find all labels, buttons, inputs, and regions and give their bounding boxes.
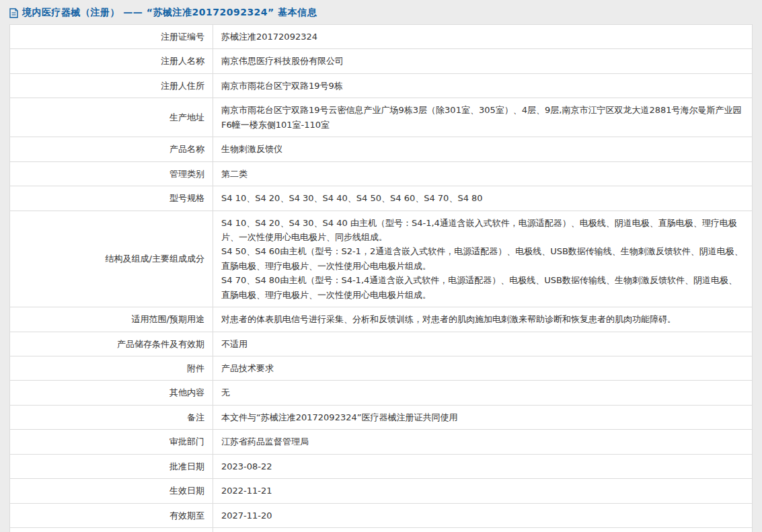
table-row: 备注 本文件与“苏械注准20172092324”医疗器械注册证共同使用 <box>10 405 753 429</box>
table-row: 产品储存条件及有效期 不适用 <box>10 332 753 356</box>
row-value: 不适用 <box>213 332 753 356</box>
document-icon <box>9 8 18 18</box>
row-label: 其他内容 <box>10 381 213 405</box>
row-label: 生效日期 <box>10 479 213 503</box>
row-value: S4 10、S4 20、S4 30、S4 40、S4 50、S4 60、S4 7… <box>213 186 753 211</box>
table-row: 批准日期 2023-08-22 <box>10 454 753 478</box>
table-row: 审批部门 江苏省药品监督管理局 <box>10 430 753 454</box>
row-value: 2027-11-20 <box>213 503 753 527</box>
row-label: 变更情况 <box>10 528 213 532</box>
table-row: 注册人住所 南京市雨花台区宁双路19号9栋 <box>10 73 753 98</box>
table-row: 产品名称 生物刺激反馈仪 <box>10 137 753 161</box>
table-row: 注册证编号 苏械注准20172092324 <box>10 25 753 49</box>
row-label: 注册人住所 <box>10 73 213 98</box>
table-row: 变更情况 2023-08-22产品技术要求变更由“变更情况对比表中修改前条款及内… <box>10 528 753 532</box>
row-value: 南京市雨花台区宁双路19号云密信息产业广场9栋3层（除301室、305室）、4层… <box>213 98 753 137</box>
table-row: 注册人名称 南京伟思医疗科技股份有限公司 <box>10 49 753 73</box>
table-row: 有效期至 2027-11-20 <box>10 503 753 527</box>
row-label: 管理类别 <box>10 161 213 186</box>
table-row: 适用范围/预期用途 对患者的体表肌电信号进行采集、分析和反馈训练，对患者的肌肉施… <box>10 307 753 332</box>
row-label: 生产地址 <box>10 98 213 137</box>
row-value: 本文件与“苏械注准20172092324”医疗器械注册证共同使用 <box>213 405 753 429</box>
page-title: 境内医疗器械（注册） —— “苏械注准20172092324” 基本信息 <box>22 7 317 19</box>
row-label: 审批部门 <box>10 430 213 454</box>
row-value: 第二类 <box>213 161 753 186</box>
row-value: 南京伟思医疗科技股份有限公司 <box>213 49 753 73</box>
row-label: 产品储存条件及有效期 <box>10 332 213 356</box>
row-label: 有效期至 <box>10 503 213 527</box>
row-label: 产品名称 <box>10 137 213 161</box>
row-value: 2023-08-22产品技术要求变更由“变更情况对比表中修改前条款及内容”变更为… <box>213 528 753 532</box>
row-label: 备注 <box>10 405 213 429</box>
table-row: 管理类别 第二类 <box>10 161 753 186</box>
row-label: 注册人名称 <box>10 49 213 73</box>
page-header: 境内医疗器械（注册） —— “苏械注准20172092324” 基本信息 <box>0 0 762 24</box>
row-label: 适用范围/预期用途 <box>10 307 213 332</box>
row-value: S4 10、S4 20、S4 30、S4 40 由主机（型号：S4-1,4通道含… <box>213 211 753 307</box>
row-value: 南京市雨花台区宁双路19号9栋 <box>213 73 753 98</box>
table-row: 生产地址 南京市雨花台区宁双路19号云密信息产业广场9栋3层（除301室、305… <box>10 98 753 137</box>
row-label: 注册证编号 <box>10 25 213 49</box>
registration-info-table: 注册证编号 苏械注准20172092324 注册人名称 南京伟思医疗科技股份有限… <box>9 24 753 532</box>
row-value: 生物刺激反馈仪 <box>213 137 753 161</box>
table-row: 附件 产品技术要求 <box>10 356 753 381</box>
row-value: 江苏省药品监督管理局 <box>213 430 753 454</box>
table-row: 其他内容 无 <box>10 381 753 405</box>
row-label: 批准日期 <box>10 454 213 478</box>
table-row: 型号规格 S4 10、S4 20、S4 30、S4 40、S4 50、S4 60… <box>10 186 753 211</box>
row-value: 2022-11-21 <box>213 479 753 503</box>
table-row: 生效日期 2022-11-21 <box>10 479 753 503</box>
row-value: 苏械注准20172092324 <box>213 25 753 49</box>
table-row: 结构及组成/主要组成成分 S4 10、S4 20、S4 30、S4 40 由主机… <box>10 211 753 307</box>
row-value: 2023-08-22 <box>213 454 753 478</box>
row-label: 型号规格 <box>10 186 213 211</box>
row-value: 无 <box>213 381 753 405</box>
row-value: 产品技术要求 <box>213 356 753 381</box>
row-value: 对患者的体表肌电信号进行采集、分析和反馈训练，对患者的肌肉施加电刺激来帮助诊断和… <box>213 307 753 332</box>
row-label: 结构及组成/主要组成成分 <box>10 211 213 307</box>
row-label: 附件 <box>10 356 213 381</box>
